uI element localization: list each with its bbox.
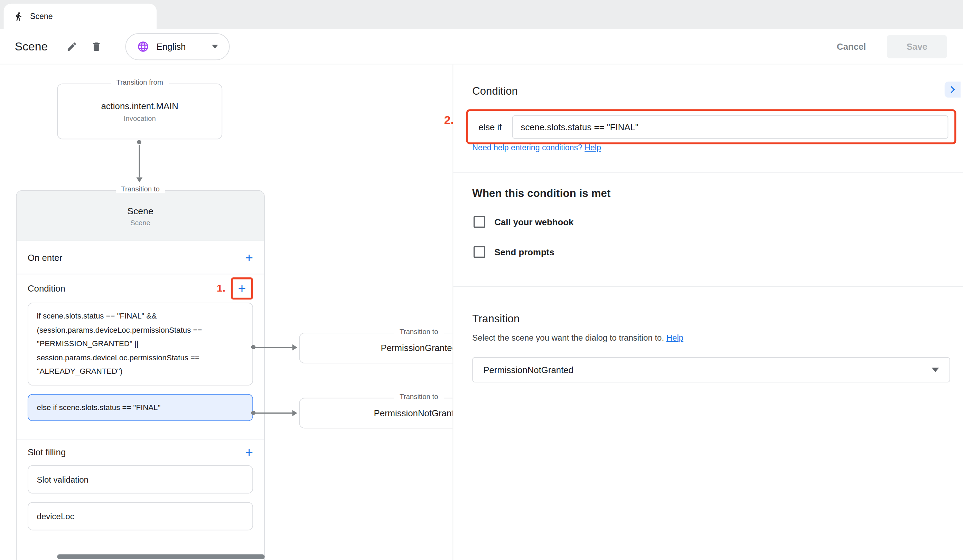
globe-icon bbox=[137, 40, 149, 52]
slot-filling-section-header: Slot filling + bbox=[16, 439, 264, 465]
add-slot-button[interactable]: + bbox=[245, 446, 253, 459]
divider bbox=[453, 172, 963, 173]
condition-help-line: Need help entering conditions? Help bbox=[472, 143, 601, 152]
call-webhook-label: Call your webhook bbox=[494, 217, 574, 227]
intent-name: actions.intent.MAIN bbox=[101, 101, 178, 110]
save-button[interactable]: Save bbox=[887, 34, 947, 58]
target-scene-name: PermissionGranted bbox=[381, 343, 453, 353]
transition-from-node[interactable]: Transition from actions.intent.MAIN Invo… bbox=[57, 84, 222, 139]
call-webhook-checkbox-row[interactable]: Call your webhook bbox=[473, 216, 574, 228]
scene-tab[interactable]: Scene bbox=[4, 4, 157, 29]
scene-canvas: Transition from actions.intent.MAIN Invo… bbox=[0, 65, 453, 560]
transition-scene-dropdown[interactable]: PermissionNotGranted bbox=[472, 357, 950, 382]
delete-scene-button[interactable] bbox=[86, 36, 107, 57]
target-scene-name: PermissionNotGranted bbox=[374, 408, 452, 418]
slot-filling-label: Slot filling bbox=[28, 447, 66, 457]
tab-label: Scene bbox=[30, 12, 53, 21]
condition-item-2-selected[interactable]: else if scene.slots.status == "FINAL" bbox=[28, 394, 253, 421]
panel-title: Condition bbox=[472, 85, 517, 97]
divider bbox=[453, 286, 963, 287]
transition-title: Transition bbox=[472, 312, 519, 325]
send-prompts-checkbox-row[interactable]: Send prompts bbox=[473, 246, 554, 258]
horizontal-scrollbar[interactable] bbox=[57, 554, 265, 559]
condition-expression-input[interactable]: scene.slots.status == "FINAL" bbox=[512, 115, 948, 139]
intent-subtitle: Invocation bbox=[124, 114, 156, 121]
add-condition-button[interactable]: + bbox=[238, 282, 246, 295]
transition-description: Select the scene you want the dialog to … bbox=[472, 333, 683, 343]
transition-help-link[interactable]: Help bbox=[666, 333, 683, 343]
page-title: Scene bbox=[15, 40, 48, 53]
help-text: Need help entering conditions? bbox=[472, 143, 582, 152]
scene-card-subtitle: Scene bbox=[130, 218, 150, 226]
edit-scene-button[interactable] bbox=[61, 36, 82, 57]
header-actions: Cancel Save bbox=[837, 34, 948, 58]
annotation-1-highlight: + bbox=[231, 277, 253, 299]
connector-line bbox=[255, 413, 292, 414]
trash-icon bbox=[91, 41, 102, 52]
condition-detail-panel: Condition 2. else if scene.slots.status … bbox=[453, 65, 963, 560]
cancel-button[interactable]: Cancel bbox=[837, 42, 866, 51]
chevron-right-icon bbox=[948, 85, 958, 94]
on-enter-label: On enter bbox=[28, 252, 62, 262]
checkbox-unchecked-icon[interactable] bbox=[473, 216, 485, 228]
assistant-action-icon bbox=[13, 11, 23, 21]
tab-bar: Scene bbox=[0, 0, 963, 29]
transition-description-text: Select the scene you want the dialog to … bbox=[472, 333, 664, 343]
conditions-help-link[interactable]: Help bbox=[585, 143, 601, 152]
permission-granted-node[interactable]: Transition to PermissionGranted bbox=[299, 333, 452, 363]
else-if-label: else if bbox=[478, 122, 501, 132]
connector-line bbox=[255, 347, 292, 348]
header: Scene English Cancel Save bbox=[0, 29, 963, 65]
caret-down-icon bbox=[212, 45, 218, 49]
scene-card-header: Scene Scene bbox=[16, 191, 264, 241]
annotation-2: 2. bbox=[444, 114, 454, 127]
language-selector[interactable]: English bbox=[125, 33, 230, 60]
transition-to-label: Transition to bbox=[394, 393, 444, 400]
language-label: English bbox=[157, 42, 204, 51]
permission-not-granted-node[interactable]: Transition to PermissionNotGranted bbox=[299, 398, 452, 428]
dropdown-selected-value: PermissionNotGranted bbox=[483, 365, 574, 374]
send-prompts-label: Send prompts bbox=[494, 247, 554, 257]
deviceloc-slot-item[interactable]: deviceLoc bbox=[28, 502, 253, 530]
transition-to-label: Transition to bbox=[394, 328, 444, 335]
condition-item-1[interactable]: if scene.slots.status == "FINAL" && (ses… bbox=[28, 303, 253, 385]
connector-dot bbox=[137, 140, 141, 144]
scene-node-card[interactable]: Transition to Scene Scene On enter + Con… bbox=[16, 190, 265, 560]
arrowhead-right-icon bbox=[292, 410, 297, 416]
dropdown-arrow-icon bbox=[932, 367, 939, 372]
connector-line bbox=[139, 145, 140, 177]
when-met-title: When this condition is met bbox=[472, 187, 610, 200]
transition-to-label: Transition to bbox=[115, 186, 165, 193]
annotation-2-highlight: else if scene.slots.status == "FINAL" bbox=[466, 109, 957, 144]
slot-validation-item[interactable]: Slot validation bbox=[28, 465, 253, 494]
annotation-1: 1. bbox=[217, 282, 225, 295]
pencil-icon bbox=[66, 41, 78, 52]
checkbox-unchecked-icon[interactable] bbox=[473, 246, 485, 258]
scene-card-title: Scene bbox=[127, 205, 154, 215]
arrowhead-right-icon bbox=[292, 345, 297, 351]
add-on-enter-button[interactable]: + bbox=[245, 251, 253, 264]
app-window: Scene Scene English Cancel Save Transiti… bbox=[0, 0, 963, 560]
collapse-panel-button[interactable] bbox=[945, 81, 961, 97]
arrowhead-down-icon bbox=[136, 177, 143, 182]
on-enter-row: On enter + bbox=[16, 241, 264, 274]
condition-section-label: Condition bbox=[28, 283, 65, 293]
condition-section-header: Condition 1. + bbox=[16, 274, 264, 303]
transition-from-label: Transition from bbox=[110, 78, 169, 86]
